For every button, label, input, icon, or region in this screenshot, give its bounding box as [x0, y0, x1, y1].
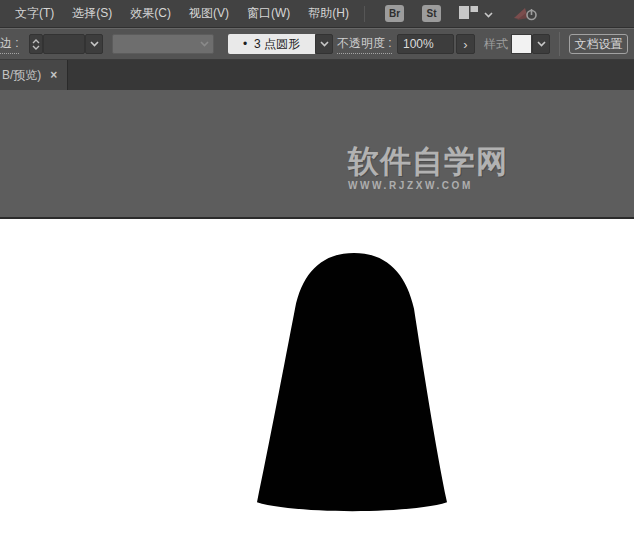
- menu-type[interactable]: 文字(T): [6, 1, 63, 26]
- stepper-down-icon: [32, 45, 40, 50]
- document-tab[interactable]: B/预览) ×: [0, 60, 68, 90]
- workspace-layout-icon: [459, 6, 478, 22]
- chevron-down-icon: [484, 7, 493, 21]
- chevron-down-icon: [537, 41, 546, 47]
- menu-view[interactable]: 视图(V): [180, 1, 238, 26]
- opacity-label[interactable]: 不透明度 :: [337, 34, 392, 54]
- style-swatch[interactable]: [511, 34, 532, 54]
- style-panel-button[interactable]: St: [422, 5, 441, 22]
- stroke-weight-dropdown[interactable]: [85, 34, 103, 54]
- stroke-weight-label[interactable]: 边 :: [0, 34, 19, 54]
- bridge-button[interactable]: Br: [385, 5, 404, 22]
- control-bar: 边 : • 3 点圆形 不透明度 : › 样式 : 文档设置: [0, 28, 634, 60]
- style-dropdown-button[interactable]: [532, 34, 550, 54]
- chevron-down-icon: [90, 41, 99, 47]
- stroke-weight-field[interactable]: [43, 34, 85, 54]
- artboard-canvas: [0, 219, 634, 559]
- menu-window[interactable]: 窗口(W): [238, 1, 299, 26]
- workspace-switcher[interactable]: [459, 6, 493, 22]
- cs-live-button[interactable]: [513, 6, 539, 22]
- pasteboard: 软件自学网 WWW.RJZXW.COM: [0, 90, 634, 217]
- brush-definition-field[interactable]: • 3 点圆形: [228, 34, 315, 54]
- stepper-up-icon: [32, 39, 40, 44]
- artboard: [0, 217, 634, 559]
- menu-bar-separator: [364, 6, 365, 22]
- document-setup-button[interactable]: 文档设置: [569, 34, 628, 54]
- tab-close-icon[interactable]: ×: [50, 69, 57, 81]
- black-bell-shape[interactable]: [257, 253, 447, 511]
- control-bar-separator: [559, 32, 560, 56]
- menu-bar: 文字(T) 选择(S) 效果(C) 视图(V) 窗口(W) 帮助(H) Br S…: [0, 0, 634, 28]
- cs-live-icon: [513, 6, 539, 22]
- opacity-more-button[interactable]: ›: [456, 34, 475, 54]
- brush-name: 3 点圆形: [254, 36, 300, 53]
- opacity-input[interactable]: [397, 34, 454, 54]
- menu-effect[interactable]: 效果(C): [121, 1, 180, 26]
- variable-width-dropdown[interactable]: [112, 34, 214, 54]
- brush-dot-icon: •: [243, 37, 247, 51]
- menu-select[interactable]: 选择(S): [63, 1, 121, 26]
- watermark: 软件自学网 WWW.RJZXW.COM: [348, 146, 508, 191]
- stroke-weight-stepper[interactable]: [29, 34, 43, 54]
- brush-dropdown-button[interactable]: [315, 34, 333, 54]
- watermark-url: WWW.RJZXW.COM: [348, 180, 508, 191]
- menu-help[interactable]: 帮助(H): [299, 1, 358, 26]
- chevron-down-icon: [200, 41, 209, 47]
- watermark-title: 软件自学网: [348, 146, 508, 177]
- document-tab-label: B/预览): [2, 67, 41, 84]
- document-tab-bar: B/预览) ×: [0, 60, 634, 90]
- chevron-down-icon: [320, 41, 329, 47]
